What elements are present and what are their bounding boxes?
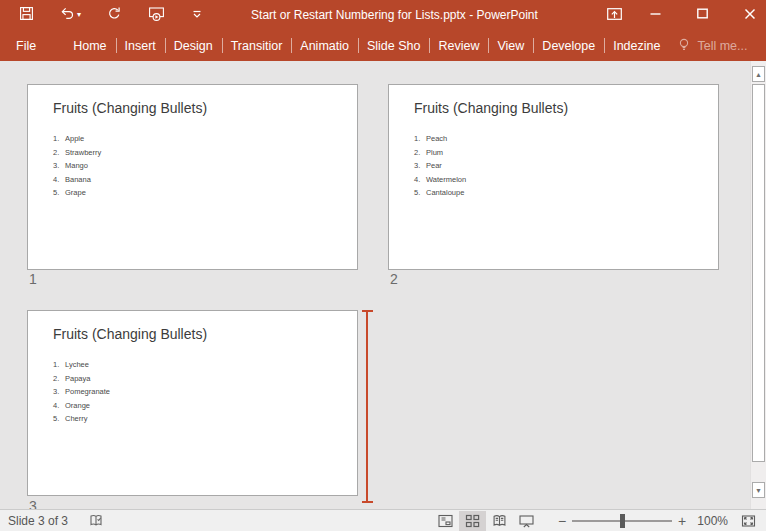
list-item-number: 3.	[53, 161, 65, 175]
list-item-number: 3.	[414, 161, 426, 175]
sign-in-button[interactable]: Sign in	[755, 30, 766, 61]
tell-me-label: Tell me...	[697, 39, 747, 53]
list-item-text: Peach	[426, 134, 447, 148]
tab-review[interactable]: Review	[429, 30, 488, 61]
list-item-text: Strawberry	[65, 148, 101, 162]
list-item-text: Cantaloupe	[426, 188, 464, 202]
list-item-text: Pear	[426, 161, 442, 175]
save-icon	[19, 6, 34, 24]
list-item: 2.Strawberry	[53, 148, 101, 162]
slide-title: Fruits (Changing Bullets)	[414, 100, 568, 116]
tab-developer[interactable]: Develope	[533, 30, 604, 61]
save-button[interactable]	[17, 4, 36, 26]
repeat-button[interactable]	[105, 4, 124, 26]
undo-dropdown-icon[interactable]: ▾	[77, 11, 81, 19]
scrollbar-thumb[interactable]	[752, 84, 765, 462]
ribbon-tab-row: File Home Insert Design Transitior Anima…	[0, 30, 766, 61]
list-item: 5.Grape	[53, 188, 101, 202]
scroll-down-icon: ▼	[755, 487, 762, 494]
list-item-number: 2.	[414, 148, 426, 162]
tab-home[interactable]: Home	[64, 30, 115, 61]
zoom-slider-thumb[interactable]	[620, 514, 625, 528]
list-item-number: 3.	[53, 387, 65, 401]
list-item-number: 1.	[414, 134, 426, 148]
slide-thumbnail-1[interactable]: Fruits (Changing Bullets) 1.Apple 2.Stra…	[27, 84, 358, 270]
minimize-icon	[649, 7, 662, 23]
quick-access-toolbar: ▾	[0, 4, 205, 27]
slide-show-view-button[interactable]	[513, 511, 540, 531]
list-item-number: 5.	[53, 414, 65, 428]
scrollbar-down-button[interactable]: ▼	[752, 482, 765, 498]
list-item-text: Grape	[65, 188, 86, 202]
list-item-text: Cherry	[65, 414, 88, 428]
list-item-text: Apple	[65, 134, 84, 148]
tab-design[interactable]: Design	[165, 30, 222, 61]
undo-button[interactable]: ▾	[58, 4, 83, 26]
list-item: 2.Papaya	[53, 374, 110, 388]
list-item: 3.Pomegranate	[53, 387, 110, 401]
spell-check-button[interactable]	[88, 513, 104, 528]
slide-list: 1.Apple 2.Strawberry 3.Mango 4.Banana 5.…	[53, 134, 101, 202]
slide-number-1: 1	[29, 271, 37, 287]
list-item-number: 5.	[53, 188, 65, 202]
slide-thumbnail-2[interactable]: Fruits (Changing Bullets) 1.Peach 2.Plum…	[388, 84, 719, 270]
undo-icon	[60, 6, 75, 24]
list-item-number: 4.	[414, 175, 426, 189]
scrollbar-up-button[interactable]: ▲	[752, 66, 765, 82]
tab-transitions[interactable]: Transitior	[222, 30, 292, 61]
slide-sorter-area: Fruits (Changing Bullets) 1.Apple 2.Stra…	[0, 61, 766, 509]
zoom-slider-track[interactable]	[572, 520, 672, 522]
list-item-text: Banana	[65, 175, 91, 189]
slide-sorter-view-button[interactable]	[459, 511, 486, 531]
start-slideshow-icon	[148, 6, 165, 25]
ribbon-display-options-button[interactable]	[598, 0, 631, 30]
list-item-text: Pomegranate	[65, 387, 110, 401]
tab-slide-show[interactable]: Slide Sho	[358, 30, 430, 61]
list-item: 1.Apple	[53, 134, 101, 148]
slide-indicator[interactable]: Slide 3 of 3	[8, 514, 68, 528]
list-item: 3.Mango	[53, 161, 101, 175]
list-item-text: Mango	[65, 161, 88, 175]
zoom-out-button[interactable]: −	[554, 513, 570, 529]
list-item-number: 4.	[53, 175, 65, 189]
list-item: 5.Cherry	[53, 414, 110, 428]
minimize-button[interactable]	[639, 0, 672, 30]
tab-view[interactable]: View	[488, 30, 533, 61]
window-controls	[598, 0, 766, 30]
list-item-number: 2.	[53, 374, 65, 388]
fit-slide-to-window-button[interactable]	[736, 511, 760, 531]
list-item-number: 1.	[53, 360, 65, 374]
zoom-in-button[interactable]: +	[674, 513, 690, 529]
list-item: 4.Watermelon	[414, 175, 466, 189]
lightbulb-icon	[677, 37, 691, 55]
status-bar: Slide 3 of 3 − +	[0, 509, 766, 531]
zoom-controls: − + 100%	[554, 511, 760, 531]
slide-thumbnail-3[interactable]: Fruits (Changing Bullets) 1.Lychee 2.Pap…	[27, 310, 358, 496]
tab-animations[interactable]: Animatio	[291, 30, 358, 61]
close-icon	[743, 7, 757, 24]
list-item: 3.Pear	[414, 161, 466, 175]
list-item-number: 2.	[53, 148, 65, 162]
list-item: 2.Plum	[414, 148, 466, 162]
vertical-scrollbar[interactable]: ▲ ▼	[750, 61, 766, 509]
maximize-button[interactable]	[686, 0, 719, 30]
normal-view-button[interactable]	[432, 511, 459, 531]
list-item-text: Orange	[65, 401, 90, 415]
list-item-text: Papaya	[65, 374, 90, 388]
annotation-measure-line	[362, 310, 373, 503]
tell-me-box[interactable]: Tell me...	[669, 30, 755, 61]
list-item: 5.Cantaloupe	[414, 188, 466, 202]
slide-number-2: 2	[390, 271, 398, 287]
tab-file[interactable]: File	[0, 30, 52, 61]
list-item: 4.Orange	[53, 401, 110, 415]
list-item: 1.Lychee	[53, 360, 110, 374]
reading-view-button[interactable]	[486, 511, 513, 531]
repeat-icon	[107, 6, 122, 24]
customize-qat-button[interactable]	[189, 6, 205, 25]
zoom-level[interactable]: 100%	[690, 514, 728, 528]
close-button[interactable]	[733, 0, 766, 30]
start-from-beginning-button[interactable]	[146, 4, 167, 27]
tab-indezine[interactable]: Indezine	[604, 30, 669, 61]
list-item-number: 1.	[53, 134, 65, 148]
tab-insert[interactable]: Insert	[116, 30, 165, 61]
